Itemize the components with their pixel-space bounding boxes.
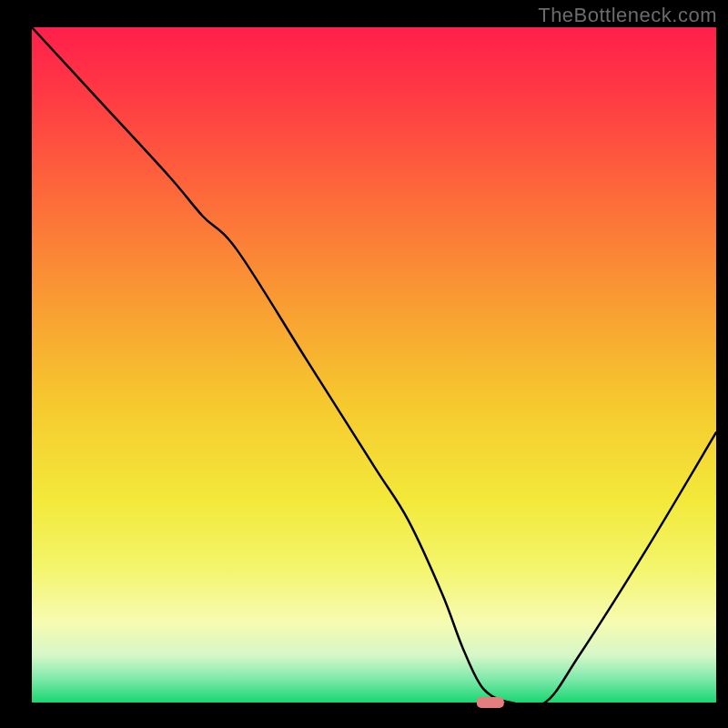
optimum-marker (477, 697, 504, 708)
watermark-text: TheBottleneck.com (538, 4, 717, 27)
chart-svg (0, 0, 728, 728)
chart-container: TheBottleneck.com (0, 0, 728, 728)
